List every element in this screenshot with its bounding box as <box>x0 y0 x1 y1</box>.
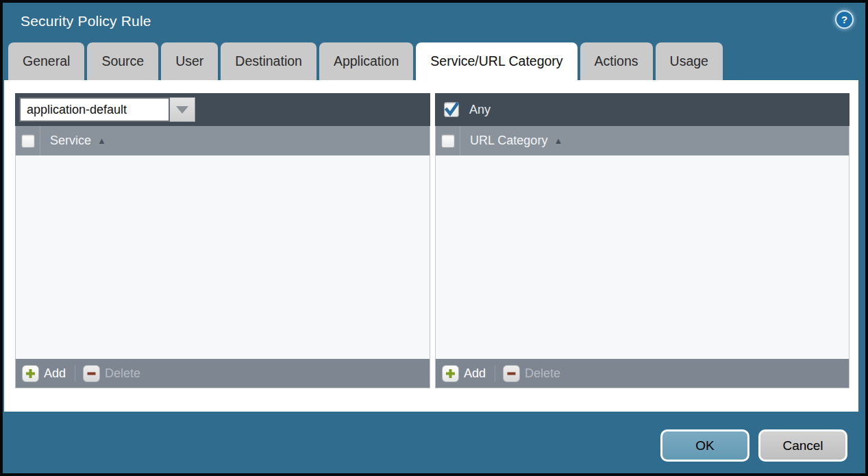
service-type-dropdown-value[interactable]: application-default <box>19 97 170 122</box>
footer-separator <box>75 365 75 381</box>
url-category-panel-footer: Add Delete <box>435 359 850 388</box>
url-category-panel: Any URL Category ▲ <box>435 93 850 388</box>
service-column-header[interactable]: Service ▲ <box>40 134 106 148</box>
service-add-label: Add <box>44 366 66 381</box>
service-panel: application-default Service ▲ <box>15 93 430 388</box>
service-delete-label: Delete <box>105 366 140 381</box>
security-policy-rule-dialog: Security Policy Rule ? General Source Us… <box>0 0 868 476</box>
service-delete-button[interactable]: Delete <box>83 365 140 382</box>
tab-source[interactable]: Source <box>87 42 158 80</box>
url-category-delete-label: Delete <box>525 366 560 381</box>
dialog-titlebar: Security Policy Rule ? <box>3 3 865 42</box>
url-category-panel-toolbar: Any <box>435 93 850 126</box>
tab-service-url-category[interactable]: Service/URL Category <box>416 42 577 80</box>
url-category-delete-button[interactable]: Delete <box>503 365 560 382</box>
any-checkbox-row: Any <box>439 102 491 117</box>
footer-separator <box>495 365 495 381</box>
service-panel-toolbar: application-default <box>15 93 430 126</box>
tab-content-area: application-default Service ▲ <box>4 80 858 412</box>
sort-ascending-icon: ▲ <box>554 136 562 146</box>
url-category-select-all-checkbox[interactable] <box>441 134 455 148</box>
minus-icon <box>83 365 100 382</box>
service-type-dropdown[interactable]: application-default <box>19 97 195 122</box>
checkmark-icon <box>445 103 458 116</box>
any-checkbox-label: Any <box>469 103 491 117</box>
any-checkbox-checked[interactable] <box>444 102 459 117</box>
plus-icon <box>22 365 39 382</box>
cancel-button[interactable]: Cancel <box>758 429 847 462</box>
url-category-table-body <box>435 155 850 359</box>
tab-usage[interactable]: Usage <box>656 42 723 80</box>
url-category-add-button[interactable]: Add <box>442 365 486 382</box>
url-category-column-header-label: URL Category <box>470 134 547 148</box>
tab-destination[interactable]: Destination <box>221 42 317 80</box>
url-category-table-header: URL Category ▲ <box>435 126 850 155</box>
url-category-column-header[interactable]: URL Category ▲ <box>460 134 562 148</box>
dialog-action-buttons: OK Cancel <box>660 429 847 462</box>
help-icon[interactable]: ? <box>835 10 854 29</box>
service-table-header: Service ▲ <box>15 126 430 155</box>
service-table-body <box>15 155 430 359</box>
minus-icon <box>503 365 520 382</box>
tab-actions[interactable]: Actions <box>580 42 653 80</box>
tab-application[interactable]: Application <box>319 42 413 80</box>
tab-bar: General Source User Destination Applicat… <box>8 42 723 80</box>
service-panel-footer: Add Delete <box>15 359 430 388</box>
service-column-header-label: Service <box>50 134 91 148</box>
service-add-button[interactable]: Add <box>22 365 66 382</box>
chevron-down-icon <box>176 106 188 114</box>
ok-button[interactable]: OK <box>660 429 749 462</box>
dialog-title: Security Policy Rule <box>21 13 151 29</box>
service-select-all-checkbox[interactable] <box>21 134 35 148</box>
service-header-checkbox-cell <box>16 126 40 155</box>
service-type-dropdown-button[interactable] <box>170 97 195 122</box>
panels-container: application-default Service ▲ <box>4 80 858 388</box>
url-category-add-label: Add <box>464 366 486 381</box>
plus-icon <box>442 365 459 382</box>
tab-user[interactable]: User <box>161 42 218 80</box>
sort-ascending-icon: ▲ <box>97 136 106 146</box>
tab-general[interactable]: General <box>8 42 84 80</box>
url-category-header-checkbox-cell <box>436 126 460 155</box>
